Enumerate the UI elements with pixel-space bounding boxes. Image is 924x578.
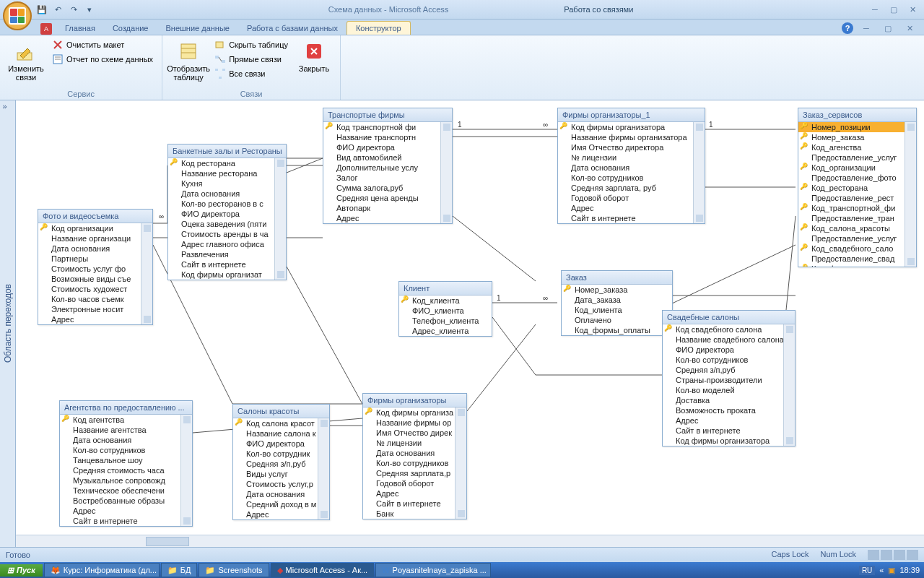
table-field[interactable]: Средняя зарплата,р	[363, 468, 466, 478]
table-field[interactable]: Адрес	[323, 213, 452, 223]
table-field[interactable]: Сайт в интернете	[558, 213, 705, 223]
table-field[interactable]: Название организаци	[38, 233, 152, 243]
undo-icon[interactable]: ↶	[52, 4, 64, 15]
table-field[interactable]: Танцевальное шоу	[60, 455, 192, 465]
table-field[interactable]: Возможные виды съе	[38, 274, 152, 284]
table-field[interactable]: ФИО директора	[663, 345, 795, 355]
table-field[interactable]: Предоставление_фото	[798, 173, 916, 183]
table-scrollbar[interactable]	[141, 223, 152, 324]
table-field[interactable]: Кол-во моделей	[663, 385, 795, 395]
table-field[interactable]: Адрес	[558, 203, 705, 213]
table-field[interactable]: Дата основания	[363, 448, 466, 458]
table-field[interactable]: Стоимость аренды в ча	[168, 229, 286, 239]
table-header[interactable]: Салоны красоты	[233, 405, 329, 418]
start-button[interactable]: ⊞Пуск	[0, 564, 43, 577]
close-icon[interactable]: ✕	[904, 3, 921, 16]
horizontal-scrollbar[interactable]	[16, 535, 924, 547]
minimize-icon[interactable]: ─	[866, 3, 884, 16]
table-field[interactable]: ФИО директора	[323, 142, 452, 152]
table-field[interactable]: Код фирмы организатора	[663, 436, 795, 446]
table-field[interactable]: Оплачено	[562, 315, 672, 325]
system-tray[interactable]: RU « ▣ 18:39	[859, 566, 924, 575]
table-field[interactable]: Техническое обеспечени	[60, 486, 192, 496]
table-field[interactable]: Залог	[323, 173, 452, 183]
help-icon[interactable]: ?	[842, 22, 853, 34]
table-field[interactable]: Код фирмы организат	[168, 269, 286, 280]
table-field[interactable]: Название фирмы организатора	[558, 132, 705, 142]
qat-dropdown-icon[interactable]: ▾	[84, 4, 95, 15]
table-field[interactable]: Страны-производители	[663, 375, 795, 385]
table-field[interactable]: Адрес_клиента	[399, 326, 492, 336]
table-header[interactable]: Заказ	[562, 271, 672, 285]
table-scrollbar[interactable]	[455, 407, 466, 519]
table-field[interactable]: Код свадебного салона	[663, 324, 795, 335]
ribbon-minimize-icon[interactable]: ─	[858, 22, 875, 35]
table-field[interactable]: Востребованные образы	[60, 496, 192, 506]
table-scrollbar[interactable]	[905, 122, 916, 267]
table-field[interactable]: Код салона красот	[233, 418, 329, 428]
table-field[interactable]: Годовой оборот	[558, 193, 705, 203]
table-field[interactable]: Сайт в интернете	[168, 259, 286, 269]
direct-relations-button[interactable]: Прямые связи	[212, 53, 291, 66]
table-field[interactable]: Название ресторана	[168, 168, 286, 178]
table-header[interactable]: Агентства по предоставлению ...	[60, 401, 192, 415]
table-field[interactable]: Код ресторана	[168, 158, 286, 168]
table-field[interactable]: Средняя з/п,руб	[663, 365, 795, 375]
table-field[interactable]: Дата основания	[558, 163, 705, 173]
table-header[interactable]: Фирмы организаторы	[363, 394, 466, 407]
redo-icon[interactable]: ↷	[68, 4, 79, 15]
table-field[interactable]: Дата основания	[38, 243, 152, 254]
table-header[interactable]: Заказ_сервисов	[798, 108, 916, 122]
table-field[interactable]: Код организации	[38, 223, 152, 233]
table-field[interactable]: ФИО директора	[233, 439, 329, 449]
table-field[interactable]: Дополнительные услу	[323, 163, 452, 173]
hide-table-button[interactable]: Скрыть таблицу	[212, 38, 291, 51]
table-field[interactable]: Код транспортной фи	[323, 122, 452, 132]
table-field[interactable]: Название фирмы ор	[363, 418, 466, 428]
table-field[interactable]: Название агентства	[60, 425, 192, 435]
table-field[interactable]: Код_салона_красоты	[798, 223, 916, 233]
table-field[interactable]: Кухня	[168, 178, 286, 189]
table-field[interactable]: Средняя з/п,руб	[233, 459, 329, 469]
table-field[interactable]: Годовой оборот	[363, 478, 466, 488]
table-field[interactable]: Партнеры	[38, 254, 152, 264]
table-field[interactable]: Код_формы_оплаты	[562, 325, 672, 335]
table-header[interactable]: Клиент	[399, 282, 492, 296]
table-field[interactable]: Номер_позиции	[798, 122, 916, 132]
table-field[interactable]: Дата основания	[60, 435, 192, 445]
table-field[interactable]: Стоимость услуг фо	[38, 264, 152, 274]
table-field[interactable]: Предоставление_услуг	[798, 233, 916, 243]
table-field[interactable]: Дата_заказа	[562, 295, 672, 305]
table-field[interactable]: Код_клиента	[399, 296, 492, 306]
table-field[interactable]: № лицензии	[558, 152, 705, 163]
table-field[interactable]: Адрес главного офиса	[168, 239, 286, 249]
table-field[interactable]: Оцека заведения (пяти	[168, 219, 286, 229]
table-field[interactable]: Код фирмы организа	[363, 407, 466, 418]
table-scrollbar[interactable]	[440, 122, 452, 223]
table-field[interactable]: Номер_заказа	[798, 132, 916, 142]
show-table-button[interactable]: Отобразить таблицу	[168, 38, 209, 88]
task-item[interactable]: 🦊Курс: Информатика (дл...	[44, 563, 160, 577]
tab-database[interactable]: Работа с базами данных	[238, 22, 346, 35]
table-header[interactable]: Транспортые фирмы	[323, 108, 452, 122]
table-field[interactable]: Средняя цена аренды	[323, 193, 452, 203]
table-order[interactable]: ЗаказНомер_заказаДата_заказаКод_клиентаО…	[561, 270, 673, 336]
tab-design[interactable]: Конструктор	[346, 21, 411, 35]
table-org[interactable]: Фирмы организаторыКод фирмы организаНазв…	[362, 393, 467, 519]
table-header[interactable]: Банкетные залы и Рестораны	[168, 144, 286, 158]
table-field[interactable]: Доставка	[663, 395, 795, 405]
table-field[interactable]: Код агентства	[60, 415, 192, 425]
table-field[interactable]: Адрес	[233, 509, 329, 519]
table-field[interactable]: Предоставление_свад	[798, 254, 916, 264]
table-field[interactable]: ФИО директора	[168, 209, 286, 219]
table-field[interactable]: Дата основания	[233, 489, 329, 499]
table-scrollbar[interactable]	[318, 418, 329, 519]
table-field[interactable]: Дата основания	[168, 189, 286, 199]
table-field[interactable]: Адрес	[60, 506, 192, 516]
table-field[interactable]: Код_свадебного_сало	[798, 243, 916, 254]
tab-create[interactable]: Создание	[104, 22, 157, 35]
table-header[interactable]: Фото и видеосъемка	[38, 210, 152, 223]
navigation-pane[interactable]: » Область переходов	[0, 100, 16, 547]
table-field[interactable]: № лицензии	[363, 438, 466, 448]
table-transport[interactable]: Транспортые фирмыКод транспортной фиНазв…	[323, 108, 453, 224]
